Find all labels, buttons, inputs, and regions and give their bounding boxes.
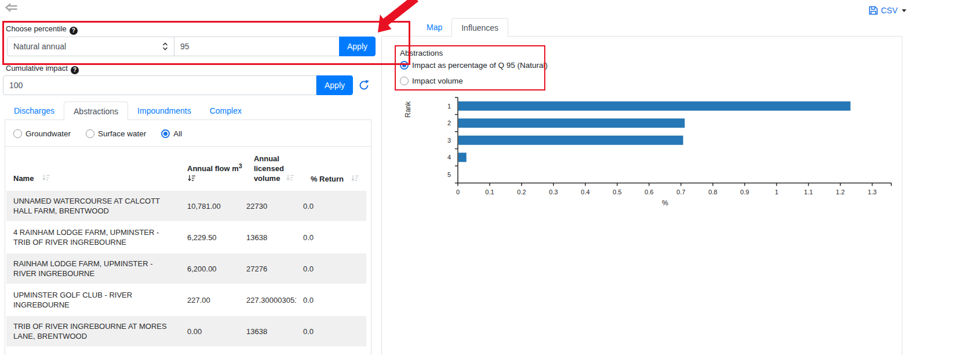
svg-text:0.5: 0.5 <box>613 189 621 195</box>
percentile-input[interactable] <box>174 37 340 56</box>
svg-text:4: 4 <box>447 154 451 161</box>
influences-options-group: Abstractions Impact as percentage of Q 9… <box>400 49 548 85</box>
table-row[interactable]: TRIB OF RIVER INGREBOURNE AT MORES LANE,… <box>6 315 366 346</box>
svg-text:0.2: 0.2 <box>517 189 526 195</box>
svg-text:0.9: 0.9 <box>740 189 749 195</box>
select-value: Natural annual <box>13 42 66 51</box>
sort-icon[interactable] <box>286 174 294 184</box>
abstractions-table-body: UNNAMED WATERCOURSE AT CALCOTT HALL FARM… <box>6 190 366 346</box>
refresh-icon <box>358 79 370 91</box>
tab-impoundments[interactable]: Impoundments <box>128 102 201 120</box>
cell-licensed-volume: 22730 <box>239 197 296 216</box>
svg-text:0.3: 0.3 <box>549 189 558 195</box>
tab-discharges[interactable]: Discharges <box>5 102 64 120</box>
cell-licensed-volume: 27276 <box>239 259 296 278</box>
radio-impact-percentage[interactable]: Impact as percentage of Q 95 (Natural) <box>400 61 548 70</box>
svg-text:0.6: 0.6 <box>644 189 653 195</box>
radio-impact-volume[interactable]: Impact volume <box>400 77 548 85</box>
tab-influences[interactable]: Influences <box>451 18 508 37</box>
up-down-arrows-icon <box>162 42 168 50</box>
application-window: Choose percentile? Natural annual Apply … <box>0 0 980 355</box>
svg-text:%: % <box>662 199 668 207</box>
radio-dot <box>13 129 22 138</box>
svg-text:0: 0 <box>456 189 460 195</box>
cell-licensed-volume: 13638 <box>239 228 296 247</box>
percentile-apply-button[interactable]: Apply <box>339 37 376 56</box>
table-row[interactable]: UNNAMED WATERCOURSE AT CALCOTT HALL FARM… <box>6 190 366 221</box>
sort-icon[interactable] <box>42 174 50 184</box>
column-header-name[interactable]: Name <box>6 173 180 184</box>
cell-licensed-volume: 13638 <box>239 322 296 341</box>
left-tabbar: Discharges Abstractions Impoundments Com… <box>5 102 251 120</box>
svg-text:1: 1 <box>775 189 778 195</box>
radio-dot <box>161 129 170 138</box>
abstractions-table: Name Annual flow m3 Annual licensed volu… <box>6 147 366 346</box>
back-icon <box>5 2 19 13</box>
help-icon[interactable]: ? <box>71 66 79 74</box>
svg-text:0.8: 0.8 <box>708 189 717 195</box>
cumulative-apply-button[interactable]: Apply <box>316 75 353 95</box>
save-icon <box>869 6 878 15</box>
cell-pct-return: 0.0 <box>296 322 343 341</box>
table-row[interactable]: UPMINSTER GOLF CLUB - RIVER INGREBOURNE … <box>6 284 366 315</box>
cell-name: RAINHAM LODGE FARM, UPMINSTER - RIVER IN… <box>6 253 180 284</box>
cell-name: TRIB OF RIVER INGREBOURNE AT MORES LANE,… <box>6 316 180 346</box>
refresh-button[interactable] <box>358 79 370 93</box>
cell-pct-return: 0.0 <box>296 259 343 278</box>
right-tabbar: Map Influences <box>417 18 508 37</box>
svg-text:1.2: 1.2 <box>836 189 844 195</box>
cell-annual-flow: 10,781.00 <box>180 197 239 216</box>
abstractions-panel: Groundwater Surface water All Name Annua… <box>5 119 371 355</box>
sort-icon[interactable] <box>351 175 359 184</box>
collapse-sidebar-icon[interactable] <box>5 2 19 15</box>
svg-text:0.4: 0.4 <box>581 189 589 195</box>
cell-pct-return: 0.0 <box>296 228 343 247</box>
tab-abstractions[interactable]: Abstractions <box>64 102 128 121</box>
cell-name: 4 RAINHAM LODGE FARM, UPMINSTER - TRIB O… <box>6 222 180 252</box>
svg-text:5: 5 <box>447 171 451 178</box>
cumulative-impact-label: Cumulative impact? <box>6 64 79 74</box>
table-row[interactable]: 4 RAINHAM LODGE FARM, UPMINSTER - TRIB O… <box>6 221 366 252</box>
column-header-pct-return[interactable]: % Return <box>304 175 364 184</box>
radio-all[interactable]: All <box>161 129 182 138</box>
table-header-row: Name Annual flow m3 Annual licensed volu… <box>6 147 366 190</box>
caret-down-icon <box>902 9 906 12</box>
cell-name: UPMINSTER GOLF CLUB - RIVER INGREBOURNE <box>6 285 180 315</box>
influences-group-label: Abstractions <box>400 49 548 57</box>
svg-text:2: 2 <box>447 119 451 126</box>
cell-pct-return: 0.0 <box>296 197 343 216</box>
radio-dot <box>400 61 409 70</box>
svg-text:0.7: 0.7 <box>676 189 685 195</box>
cumulative-impact-input[interactable] <box>3 75 316 95</box>
svg-text:1.1: 1.1 <box>804 189 813 195</box>
column-header-licensed-volume[interactable]: Annual licensed volume <box>247 154 304 184</box>
sort-icon[interactable] <box>187 175 242 184</box>
tab-complex[interactable]: Complex <box>201 102 251 120</box>
rank-bar-chart: 00.10.20.30.40.50.60.70.80.911.11.21.312… <box>391 92 901 211</box>
cell-annual-flow: 0.00 <box>180 322 239 341</box>
radio-dot <box>86 129 94 138</box>
choose-percentile-label: Choose percentile? <box>6 24 78 35</box>
cell-annual-flow: 227.00 <box>180 291 239 310</box>
radio-dot <box>400 77 409 85</box>
radio-groundwater[interactable]: Groundwater <box>13 129 71 138</box>
source-filter-group: Groundwater Surface water All <box>5 120 371 146</box>
svg-text:1: 1 <box>447 103 451 110</box>
svg-text:1.3: 1.3 <box>868 189 876 195</box>
cell-pct-return: 0.0 <box>296 291 343 310</box>
column-header-annual-flow[interactable]: Annual flow m3 <box>180 162 247 184</box>
cell-annual-flow: 6,229.50 <box>180 228 239 247</box>
tab-map[interactable]: Map <box>417 18 451 37</box>
svg-text:Rank: Rank <box>404 101 412 118</box>
percentile-type-select[interactable]: Natural annual <box>7 37 174 56</box>
radio-surface-water[interactable]: Surface water <box>86 129 146 138</box>
table-row[interactable]: RAINHAM LODGE FARM, UPMINSTER - RIVER IN… <box>6 252 366 284</box>
svg-text:3: 3 <box>447 137 451 144</box>
cell-annual-flow: 6,200.00 <box>180 259 239 278</box>
help-icon[interactable]: ? <box>70 27 78 35</box>
cell-name: UNNAMED WATERCOURSE AT CALCOTT HALL FARM… <box>6 191 180 221</box>
svg-text:0.1: 0.1 <box>485 189 494 195</box>
csv-export-button[interactable]: CSV <box>869 6 906 15</box>
cell-licensed-volume: 227.3000030517578 <box>239 291 296 310</box>
